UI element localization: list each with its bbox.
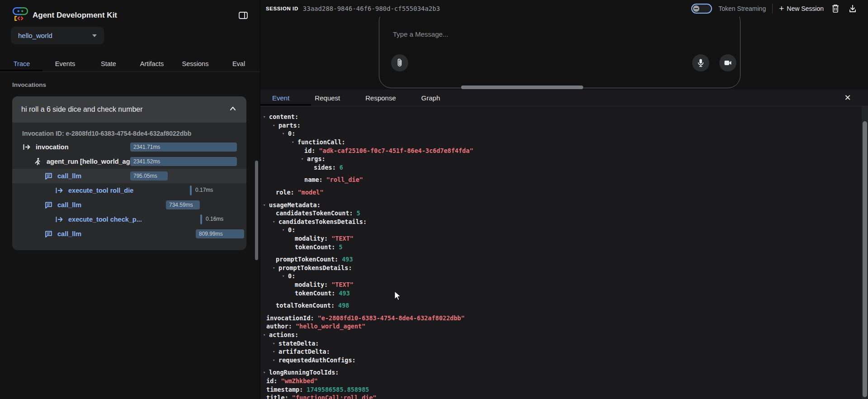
json-key: 0: <box>288 226 295 233</box>
trace-span-row[interactable]: call_llm734.59ms <box>12 198 246 212</box>
message-input[interactable] <box>392 30 665 38</box>
event-json-viewer: ▾content:▾parts:▾0:▾functionCall:id:"adk… <box>260 106 868 399</box>
trace-span-label: call_llm <box>57 230 81 238</box>
json-line: tokenCount:493 <box>263 289 868 297</box>
agent-select-dropdown[interactable]: hello_world <box>11 27 104 44</box>
json-line: ▾0: <box>263 129 868 138</box>
json-line: ▾longRunningToolIds: <box>263 368 868 377</box>
trace-duration-tick <box>200 214 202 224</box>
detail-tab-request[interactable]: Request <box>315 94 340 102</box>
json-key: role: <box>276 189 294 196</box>
json-key: author: <box>266 323 292 330</box>
chevron-up-icon[interactable] <box>228 104 237 115</box>
json-line: ▾artifactDelta: <box>263 347 868 356</box>
trace-span-row[interactable]: call_llm809.99ms <box>12 227 246 241</box>
json-key: promptTokensDetails: <box>278 264 352 271</box>
microphone-button[interactable] <box>692 54 709 71</box>
maps-to-icon <box>55 186 64 195</box>
delete-session-button[interactable] <box>830 3 841 14</box>
trace-span-row[interactable]: call_llm795.05ms <box>12 169 246 183</box>
json-line: id:"wmZhkbed" <box>263 377 868 385</box>
new-session-label: New Session <box>787 5 824 12</box>
json-key: id: <box>266 377 277 385</box>
chevron-down-icon <box>92 34 97 37</box>
json-value: 1749586585.858985 <box>307 386 369 393</box>
expand-triangle-icon[interactable]: ▾ <box>273 358 278 362</box>
download-session-button[interactable] <box>847 3 858 14</box>
maps-to-icon <box>55 215 64 224</box>
json-key: candidatesTokenCount: <box>276 209 353 217</box>
trace-span-label: call_llm <box>57 172 81 180</box>
json-key: actions: <box>269 331 298 338</box>
json-line: modality:"TEXT" <box>263 280 868 289</box>
json-key: modality: <box>295 281 328 288</box>
expand-triangle-icon[interactable]: ▾ <box>292 140 297 144</box>
json-line: ▾functionCall: <box>263 138 868 147</box>
left-panel: Agent Development Kit hello_world TraceE… <box>0 0 260 399</box>
json-key: artifactDelta: <box>278 348 330 355</box>
message-composer <box>379 17 741 88</box>
expand-triangle-icon[interactable]: ▾ <box>301 157 307 161</box>
expand-triangle-icon[interactable]: ▾ <box>282 131 288 136</box>
expand-triangle-icon[interactable]: ▾ <box>263 332 269 337</box>
json-value: "wmZhkbed" <box>281 377 317 385</box>
json-key: content: <box>269 113 298 120</box>
expand-triangle-icon[interactable]: ▾ <box>263 203 269 207</box>
new-session-button[interactable]: + New Session <box>779 5 824 12</box>
expand-triangle-icon[interactable]: ▾ <box>273 266 278 270</box>
tab-trace[interactable]: Trace <box>0 56 43 71</box>
detail-tab-graph[interactable]: Graph <box>421 94 440 102</box>
horizontal-scrollbar[interactable] <box>461 86 583 89</box>
json-key: id: <box>304 147 315 154</box>
tab-events[interactable]: Events <box>43 56 87 71</box>
json-line: tokenCount:5 <box>263 242 868 251</box>
close-icon[interactable]: ✕ <box>843 93 853 103</box>
token-streaming-toggle[interactable] <box>691 4 712 14</box>
json-value: "roll_die" <box>326 176 363 183</box>
tab-state[interactable]: State <box>87 56 130 71</box>
json-key: longRunningToolIds: <box>269 369 339 376</box>
json-key: usageMetadata: <box>269 201 321 209</box>
trace-duration-bar: 809.99ms <box>196 229 244 238</box>
json-key: 0: <box>288 130 295 137</box>
tab-artifacts[interactable]: Artifacts <box>130 56 174 71</box>
expand-triangle-icon[interactable]: ▾ <box>263 370 269 375</box>
plus-icon: + <box>779 5 784 12</box>
tab-eval[interactable]: Eval <box>217 56 260 71</box>
adk-robot-logo <box>13 6 28 22</box>
attach-file-button[interactable] <box>391 54 408 71</box>
expand-triangle-icon[interactable]: ▾ <box>273 123 278 128</box>
video-button[interactable] <box>719 54 736 71</box>
expand-triangle-icon[interactable]: ▾ <box>273 349 278 354</box>
json-value: 498 <box>338 302 349 309</box>
json-key: name: <box>304 176 323 183</box>
json-key: sides: <box>314 164 336 171</box>
expand-triangle-icon[interactable]: ▾ <box>263 114 269 119</box>
left-panel-scrollbar[interactable] <box>255 161 258 260</box>
chat-icon <box>44 229 53 238</box>
chat-area <box>260 17 868 90</box>
expand-triangle-icon[interactable]: ▾ <box>273 219 278 224</box>
expand-triangle-icon[interactable]: ▾ <box>282 274 288 278</box>
trace-card-header[interactable]: hi roll a 6 side dice and check number <box>12 96 246 123</box>
json-line: id:"adk-caf25106-f0c7-451f-86e4-3c6d7e8f… <box>263 146 868 155</box>
trace-span-row[interactable]: invocation2341.71ms <box>12 140 246 154</box>
expand-triangle-icon[interactable]: ▾ <box>273 341 278 346</box>
json-value: "TEXT" <box>331 281 354 288</box>
json-line: promptTokenCount:493 <box>263 255 868 264</box>
json-key: invocationId: <box>266 314 314 322</box>
tab-sessions[interactable]: Sessions <box>174 56 217 71</box>
trace-span-row[interactable]: agent_run [hello_world_agent]2341.52ms <box>12 154 246 169</box>
collapse-panel-icon[interactable] <box>238 10 249 21</box>
vertical-scrollbar[interactable] <box>863 121 867 397</box>
json-key: tokenCount: <box>295 243 335 251</box>
session-id-label: SESSION ID <box>266 6 298 11</box>
json-key: modality: <box>295 235 328 242</box>
trace-span-row[interactable]: execute_tool roll_die0.17ms <box>12 183 246 198</box>
invocations-section-label: Invocations <box>12 81 46 88</box>
trace-span-row[interactable]: execute_tool check_p...0.16ms <box>12 212 246 227</box>
detail-tab-event[interactable]: Event <box>272 94 289 102</box>
trace-span-label: execute_tool roll_die <box>68 187 133 194</box>
expand-triangle-icon[interactable]: ▾ <box>282 228 288 232</box>
detail-tab-response[interactable]: Response <box>365 94 396 102</box>
